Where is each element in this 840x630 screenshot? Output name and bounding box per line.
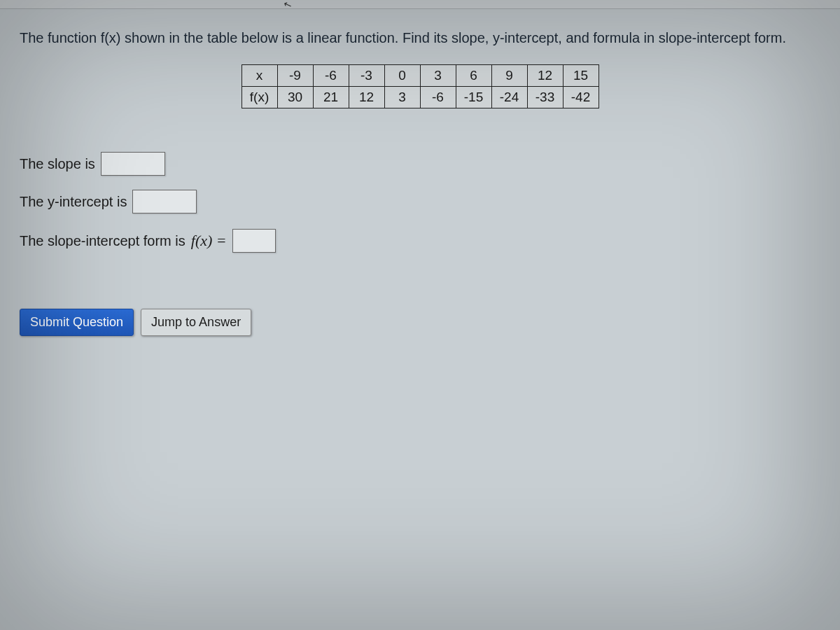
fx-cell: -15 xyxy=(456,87,491,108)
fx-cell: -42 xyxy=(563,87,598,108)
yintercept-input[interactable] xyxy=(132,190,197,214)
table-row-x: x -9 -6 -3 0 3 6 9 12 15 xyxy=(241,65,598,87)
fx-cell: -33 xyxy=(527,87,563,108)
fx-cell: -24 xyxy=(491,87,527,108)
x-cell: 15 xyxy=(563,65,598,87)
x-cell: -6 xyxy=(313,65,349,87)
row-label-x: x xyxy=(241,65,277,87)
x-cell: 12 xyxy=(527,65,563,87)
question-content: The function f(x) shown in the table bel… xyxy=(0,9,840,336)
fx-cell: -6 xyxy=(420,87,456,108)
x-cell: 3 xyxy=(420,65,456,87)
function-table: x -9 -6 -3 0 3 6 9 12 15 f(x) 30 21 12 3… xyxy=(241,64,599,108)
fx-cell: 30 xyxy=(277,87,313,108)
fx-notation: f(x) = xyxy=(191,223,227,260)
submit-question-button[interactable]: Submit Question xyxy=(20,309,134,336)
jump-to-answer-button[interactable]: Jump to Answer xyxy=(141,309,251,336)
form-label: The slope-intercept form is xyxy=(20,224,186,258)
x-cell: -3 xyxy=(349,65,384,87)
slope-label: The slope is xyxy=(20,147,95,181)
x-cell: 9 xyxy=(491,65,527,87)
formula-input[interactable] xyxy=(232,229,276,253)
x-cell: -9 xyxy=(277,65,313,87)
row-label-fx: f(x) xyxy=(241,87,277,108)
slope-input[interactable] xyxy=(101,152,165,176)
fx-cell: 3 xyxy=(384,87,420,108)
table-row-fx: f(x) 30 21 12 3 -6 -15 -24 -33 -42 xyxy=(241,87,598,108)
x-cell: 6 xyxy=(456,65,491,87)
fx-cell: 12 xyxy=(349,87,384,108)
yintercept-label: The y-intercept is xyxy=(20,185,127,218)
fx-cell: 21 xyxy=(313,87,349,108)
x-cell: 0 xyxy=(384,65,420,87)
question-prompt: The function f(x) shown in the table bel… xyxy=(20,29,820,48)
